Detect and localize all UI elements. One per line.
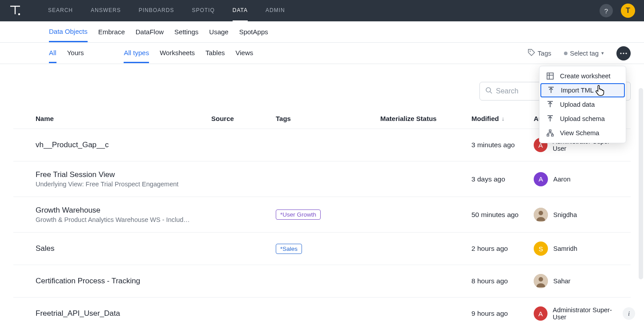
row-subtitle: Underlying View: Free Trial Prospect Eng… [36, 181, 205, 188]
top-nav: SEARCH ANSWERS PINBOARDS SPOTIQ DATA ADM… [0, 0, 644, 21]
nav-search[interactable]: SEARCH [48, 0, 73, 21]
nav-answers[interactable]: ANSWERS [91, 0, 121, 21]
dropdown-label: View Schema [560, 129, 599, 137]
col-modified[interactable]: Modified ↓ [471, 115, 534, 122]
scrollbar[interactable] [639, 88, 643, 279]
scope-all[interactable]: All [49, 44, 56, 63]
avatar: A [534, 172, 548, 186]
scope-filter: All Yours [49, 44, 84, 63]
filter-bar: All Yours All types Worksheets Tables Vi… [0, 43, 644, 64]
row-name: Certification Process - Tracking [36, 277, 211, 286]
type-filter: All types Worksheets Tables Views [124, 44, 253, 63]
upload-icon [547, 101, 554, 108]
app-logo[interactable] [9, 4, 21, 17]
nav-data[interactable]: DATA [233, 0, 248, 21]
subtab-spotapps[interactable]: SpotApps [239, 22, 268, 41]
scope-yours[interactable]: Yours [67, 44, 84, 63]
tags-button[interactable]: Tags [528, 49, 551, 57]
author-name: Samridh [553, 245, 577, 252]
row-author: AAdministrator Super-User [534, 306, 623, 321]
select-tag-label: Select tag [570, 50, 599, 57]
import-icon [547, 87, 555, 94]
subtab-settings[interactable]: Settings [174, 22, 198, 41]
sort-desc-icon: ↓ [502, 115, 505, 122]
upload-icon [547, 115, 554, 122]
svg-point-5 [623, 52, 624, 54]
schema-icon [547, 129, 554, 137]
dropdown-label: Create worksheet [560, 72, 611, 80]
svg-point-3 [530, 51, 531, 52]
col-tags[interactable]: Tags [276, 115, 380, 122]
row-name: Freetrial_API_User_Data [36, 309, 211, 318]
row-tags: *User Growth [276, 209, 380, 220]
sub-tabs: Data Objects Embrace DataFlow Settings U… [0, 21, 644, 43]
subtab-usage[interactable]: Usage [209, 22, 228, 41]
table-row[interactable]: Certification Process - Tracking8 hours … [13, 265, 631, 297]
row-subtitle: Growth & Product Analytics Warehouse WS … [36, 216, 205, 223]
tag-pill[interactable]: *Sales [276, 244, 302, 254]
svg-point-10 [539, 211, 543, 215]
row-modified: 3 days ago [471, 175, 505, 183]
author-name: Sahar [553, 278, 571, 285]
row-author: Sahar [534, 274, 623, 288]
more-actions-button[interactable] [616, 46, 631, 60]
subtab-data-objects[interactable]: Data Objects [49, 22, 88, 42]
info-button[interactable]: i [623, 307, 635, 320]
tag-icon [528, 49, 535, 57]
nav-pinboards[interactable]: PINBOARDS [139, 0, 174, 21]
table-row[interactable]: Growth WarehouseGrowth & Product Analyti… [13, 197, 631, 232]
top-nav-items: SEARCH ANSWERS PINBOARDS SPOTIQ DATA ADM… [48, 0, 285, 21]
svg-rect-24 [551, 134, 553, 136]
svg-point-6 [625, 52, 627, 54]
col-modified-label: Modified [471, 115, 499, 122]
svg-line-8 [490, 92, 492, 93]
col-materialize[interactable]: Materialize Status [380, 115, 471, 122]
worksheet-icon [547, 72, 554, 80]
row-author: AAaron [534, 172, 623, 186]
dropdown-item-upload-schema[interactable]: Upload schema [539, 112, 626, 126]
dropdown-label: Import TML [561, 87, 594, 94]
help-button[interactable]: ? [600, 4, 613, 17]
type-views[interactable]: Views [235, 44, 253, 63]
type-all[interactable]: All types [124, 44, 149, 63]
row-modified: 2 hours ago [471, 245, 508, 253]
row-tags: *Sales [276, 244, 380, 254]
svg-point-2 [18, 13, 20, 15]
type-tables[interactable]: Tables [205, 44, 225, 63]
svg-point-4 [620, 52, 621, 54]
table-row[interactable]: vh__Product_Gap__c3 minutes agoAAdminist… [13, 129, 631, 161]
col-source[interactable]: Source [211, 115, 276, 122]
avatar [534, 208, 548, 222]
dropdown-item-view-schema[interactable]: View Schema [539, 126, 626, 140]
search-icon [485, 87, 492, 96]
dropdown-label: Upload data [560, 101, 595, 108]
tag-pill[interactable]: *User Growth [276, 209, 321, 220]
table-row[interactable]: Freetrial_API_User_Data9 hours agoAAdmin… [13, 297, 631, 326]
nav-admin[interactable]: ADMIN [266, 0, 285, 21]
nav-spotiq[interactable]: SPOTIQ [192, 0, 214, 21]
author-name: Aaron [553, 176, 571, 183]
search-row [13, 64, 631, 105]
svg-rect-13 [547, 73, 553, 79]
subtab-embrace[interactable]: Embrace [98, 22, 125, 41]
select-tag-dropdown[interactable]: Select tag ▾ [564, 50, 604, 57]
dropdown-item-import-tml[interactable]: Import TML [540, 83, 625, 97]
row-name: Growth Warehouse [36, 206, 211, 215]
col-name[interactable]: Name [36, 115, 211, 122]
table-header: Name Source Tags Materialize Status Modi… [13, 105, 631, 129]
dropdown-item-create-worksheet[interactable]: Create worksheet [539, 69, 626, 83]
user-avatar[interactable]: T [621, 4, 635, 18]
dropdown-item-upload-data[interactable]: Upload data [539, 97, 626, 112]
row-name: vh__Product_Gap__c [36, 141, 211, 149]
table-body: vh__Product_Gap__c3 minutes agoAAdminist… [13, 129, 631, 326]
subtab-dataflow[interactable]: DataFlow [136, 22, 164, 41]
type-worksheets[interactable]: Worksheets [160, 44, 195, 63]
chevron-down-icon: ▾ [601, 50, 604, 56]
avatar [534, 274, 548, 288]
table-row[interactable]: Free Trial Session ViewUnderlying View: … [13, 161, 631, 197]
row-author: Snigdha [534, 208, 623, 222]
table-row[interactable]: Sales*Sales2 hours agoSSamridh [13, 232, 631, 265]
top-nav-right: ? T [600, 4, 635, 18]
avatar: S [534, 241, 548, 256]
avatar: A [534, 306, 547, 321]
